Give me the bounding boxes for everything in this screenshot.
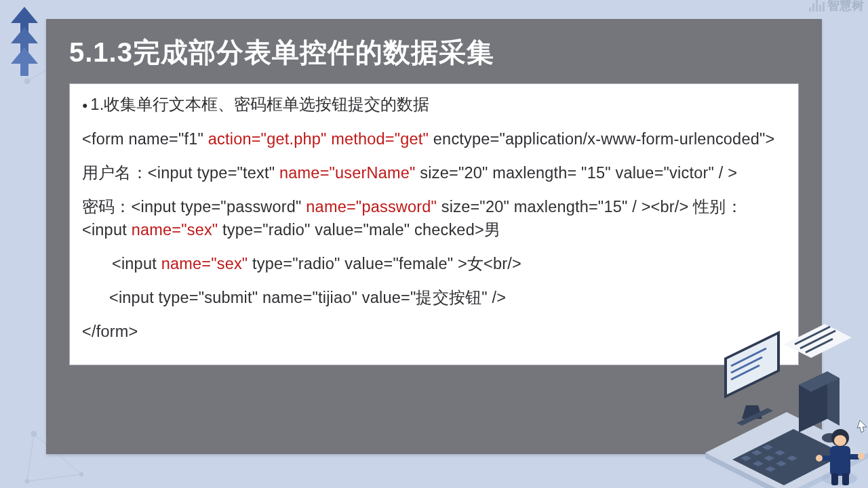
watermark: 智慧树	[809, 0, 864, 14]
svg-point-52	[858, 453, 865, 460]
code-line-sex-female: <input name="sex" type="radio" value="fe…	[82, 252, 786, 275]
svg-rect-54	[842, 473, 849, 485]
code-line-form-close: </form>	[82, 320, 786, 343]
svg-point-48	[834, 435, 846, 446]
code-line-username: 用户名：<input type="text" name="userName" s…	[82, 161, 786, 184]
svg-rect-50	[846, 454, 860, 460]
svg-line-13	[27, 474, 81, 481]
svg-marker-16	[11, 47, 38, 76]
code-line-password-sex: 密码：<input type="password" name="password…	[82, 195, 786, 241]
bullet-point: 1.收集单行文本框、密码框单选按钮提交的数据	[82, 94, 786, 115]
watermark-text: 智慧树	[827, 0, 864, 14]
svg-marker-38	[784, 324, 852, 358]
decorative-arrows	[8, 7, 41, 81]
svg-rect-46	[830, 446, 850, 476]
slide-title: 5.1.3完成部分表单控件的数据采集	[46, 19, 822, 83]
watermark-bars-icon	[809, 0, 825, 12]
slide-content: 1.收集单行文本框、密码框单选按钮提交的数据 <form name="f1" a…	[69, 83, 799, 365]
code-block: <form name="f1" action="get.php" method=…	[82, 127, 786, 343]
svg-marker-55	[857, 420, 867, 432]
code-line-submit: <input type="submit" name="tijiao" value…	[82, 286, 786, 309]
svg-line-12	[27, 434, 34, 481]
svg-point-51	[816, 455, 823, 462]
svg-rect-53	[831, 473, 838, 485]
code-line-form-open: <form name="f1" action="get.php" method=…	[82, 127, 786, 150]
computer-illustration	[692, 317, 868, 488]
